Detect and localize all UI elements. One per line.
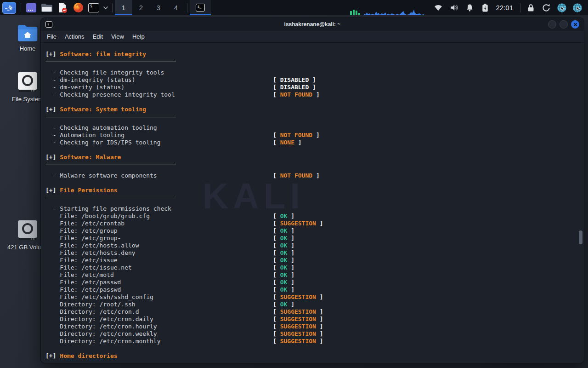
cpu-graph-icon: [350, 8, 363, 15]
status-badge: [ OK ]: [273, 227, 294, 235]
section-header: [+] File Permissions: [45, 187, 584, 194]
status-badge: [ OK ]: [273, 235, 294, 242]
status-badge: [ SUGGESTION ]: [273, 323, 323, 330]
file-manager-launcher[interactable]: [39, 0, 55, 15]
logout-icon[interactable]: [538, 3, 554, 12]
notifications-bell-icon[interactable]: [462, 4, 477, 12]
chevron-down-icon[interactable]: [102, 0, 110, 15]
terminal-line: [45, 179, 584, 187]
audit-entry: File: /boot/grub/grub.cfg[ OK ]: [45, 213, 584, 220]
status-badge: [ OK ]: [273, 279, 294, 286]
audit-entry: Directory: /etc/cron.hourly[ SUGGESTION …: [45, 323, 584, 330]
status-badge: [ OK ]: [273, 249, 294, 257]
audit-entry: - Malware software components[ NOT FOUND…: [45, 172, 584, 179]
section-rule: [45, 117, 584, 124]
network-globe-icon[interactable]: [570, 3, 585, 13]
audit-entry: Directory: /etc/cron.d[ SUGGESTION ]: [45, 308, 584, 316]
status-badge: [ SUGGESTION ]: [273, 338, 323, 345]
menu-actions[interactable]: Actions: [61, 32, 89, 41]
minimize-button[interactable]: [548, 20, 556, 29]
wifi-icon[interactable]: [430, 4, 446, 11]
firefox-launcher[interactable]: [70, 0, 86, 15]
home-folder-icon: [17, 24, 38, 42]
menu-edit[interactable]: Edit: [89, 32, 107, 41]
top-panel: $_ 1234 $_: [0, 0, 588, 15]
desktop: $_ 1234 $_: [0, 0, 588, 368]
battery-icon[interactable]: [477, 4, 493, 12]
section-rule: [45, 165, 584, 172]
audit-entry: File: /etc/crontab[ SUGGESTION ]: [45, 220, 584, 227]
audit-entry: - Automation tooling[ NOT FOUND ]: [45, 132, 584, 139]
workspace-switcher: 1234: [115, 0, 185, 15]
section-header: [+] Home directories: [45, 352, 584, 360]
audit-entry: File: /etc/passwd[ OK ]: [45, 279, 584, 286]
audit-entry: File: /etc/issue.net[ OK ]: [45, 264, 584, 271]
scrollbar-thumb[interactable]: [579, 230, 582, 244]
workspace-button-3[interactable]: 3: [150, 0, 167, 15]
audit-entry: File: /etc/group-[ OK ]: [45, 235, 584, 242]
audit-entry: - Checking for IDS/IPS tooling[ NONE ]: [45, 139, 584, 146]
desktop-settings-launcher[interactable]: [23, 0, 39, 15]
terminal-icon: $_: [88, 3, 99, 12]
section-header: [+] Software: file integrity: [45, 51, 584, 58]
terminal-line: [45, 345, 584, 352]
audit-entry: - Starting file permissions check: [45, 205, 584, 213]
status-badge: [ NOT FOUND ]: [273, 91, 320, 98]
status-badge: [ DISABLED ]: [273, 76, 316, 84]
terminal-launcher[interactable]: $_: [86, 0, 102, 15]
text-editor-launcher[interactable]: [55, 0, 70, 15]
status-badge: [ SUGGESTION ]: [273, 293, 323, 301]
audit-entry: - Checking presence integrity tool[ NOT …: [45, 91, 584, 98]
section-rule: [45, 198, 584, 205]
audit-entry: File: /etc/passwd-[ OK ]: [45, 286, 584, 293]
desktop-settings-icon: [26, 3, 37, 13]
status-badge: [ NONE ]: [273, 139, 302, 146]
audit-entry: File: /etc/ssh/sshd_config[ SUGGESTION ]: [45, 293, 584, 301]
workspace-button-2[interactable]: 2: [132, 0, 150, 15]
terminal-icon: $_: [196, 4, 205, 12]
close-button[interactable]: [571, 20, 579, 29]
firefox-icon: [73, 2, 84, 13]
text-editor-icon: [57, 2, 68, 13]
terminal-line: [45, 146, 584, 154]
status-badge: [ NOT FOUND ]: [273, 132, 320, 139]
terminal-line: [45, 98, 584, 106]
panel-clock[interactable]: 22:01: [493, 4, 518, 12]
maximize-button[interactable]: [560, 20, 568, 29]
menu-file[interactable]: File: [43, 32, 61, 41]
panel-separator: [520, 3, 520, 12]
workspace-button-4[interactable]: 4: [167, 0, 185, 15]
section-rule: [45, 62, 584, 69]
status-badge: [ SUGGESTION ]: [273, 316, 323, 323]
status-badge: [ OK ]: [273, 286, 294, 293]
audit-entry: Directory: /etc/cron.weekly[ SUGGESTION …: [45, 330, 584, 338]
audit-entry: File: /etc/hosts.allow[ OK ]: [45, 242, 584, 249]
system-load-graphs[interactable]: [350, 0, 424, 15]
volume-icon[interactable]: [446, 4, 462, 12]
status-badge: [ SUGGESTION ]: [273, 330, 323, 338]
close-icon: [573, 23, 577, 27]
network-globe-icon[interactable]: [554, 3, 570, 13]
audit-entry: - Checking file integrity tools: [45, 69, 584, 76]
taskbar-window-button[interactable]: $_: [190, 0, 211, 15]
menu-bar: FileActionsEditViewHelp: [41, 31, 584, 43]
lock-icon[interactable]: [523, 4, 538, 12]
audit-entry: File: /etc/issue[ OK ]: [45, 257, 584, 264]
status-badge: [ OK ]: [273, 301, 294, 308]
status-badge: [ OK ]: [273, 271, 294, 279]
audit-entry: Directory: /etc/cron.monthly[ SUGGESTION…: [45, 338, 584, 345]
audit-entry: Directory: /etc/cron.daily[ SUGGESTION ]: [45, 316, 584, 323]
audit-entry: - dm-integrity (status)[ DISABLED ]: [45, 76, 584, 84]
kali-menu-button[interactable]: [0, 0, 18, 15]
workspace-button-1[interactable]: 1: [115, 0, 132, 15]
audit-entry: - Checking automation tooling: [45, 124, 584, 132]
menu-view[interactable]: View: [107, 32, 128, 41]
network-graph-icon: [363, 8, 424, 15]
audit-entry: File: /etc/group[ OK ]: [45, 227, 584, 235]
status-badge: [ OK ]: [273, 242, 294, 249]
drive-icon: [17, 219, 38, 241]
status-badge: [ DISABLED ]: [273, 84, 316, 91]
panel-separator: [112, 3, 113, 12]
window-titlebar[interactable]: $ isshakrenane@kali: ~: [41, 18, 584, 31]
menu-help[interactable]: Help: [128, 32, 149, 41]
